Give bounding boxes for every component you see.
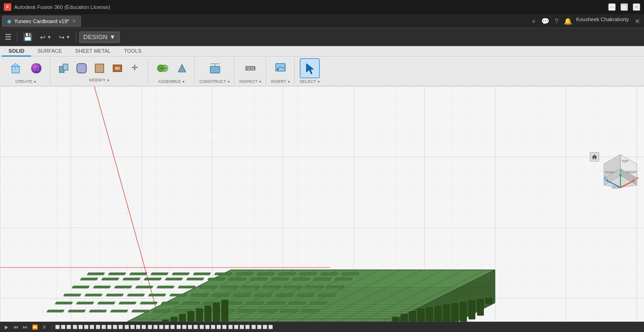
svg-rect-188	[278, 273, 296, 275]
svg-line-39	[165, 301, 269, 322]
fillet-button[interactable]	[73, 60, 90, 77]
press-pull-icon	[58, 63, 69, 74]
assemble-buttons	[153, 58, 190, 78]
svg-rect-187	[256, 273, 274, 275]
svg-rect-208	[426, 308, 433, 322]
navigation-cube[interactable]: TOP RIGHT FRONT X	[602, 152, 639, 190]
active-tab[interactable]: ◆ Yuneec Cardboard v19* ✕	[2, 16, 81, 27]
play-button[interactable]: ▶	[3, 324, 10, 331]
svg-rect-152	[318, 294, 336, 296]
close-button[interactable]: ✕	[633, 3, 640, 11]
chamfer-button[interactable]	[91, 60, 108, 77]
svg-rect-129	[98, 302, 116, 304]
svg-rect-114	[47, 310, 65, 312]
svg-rect-198	[179, 314, 186, 322]
tab-close-x[interactable]: ✕	[633, 16, 642, 26]
tab-actions: + 💬 ? 🔔 Kousheek Chakraborty ✕	[529, 16, 642, 26]
insert-canvas-button[interactable]	[271, 58, 290, 78]
fusion-logo: F	[4, 3, 11, 11]
move-button[interactable]: ✛	[127, 60, 144, 77]
redo-button[interactable]: ↪ ▼	[56, 31, 73, 44]
svg-rect-131	[140, 302, 158, 304]
file-menu-button[interactable]: ☰	[2, 31, 14, 44]
chat-button[interactable]: 💬	[540, 16, 550, 26]
toolbar-right-icons	[638, 46, 642, 56]
svg-text:X: X	[636, 176, 639, 180]
next-button[interactable]: ⏭	[22, 324, 29, 331]
svg-line-61	[372, 300, 476, 322]
help-button[interactable]: ?	[552, 16, 561, 26]
undo-button[interactable]: ↩ ▼	[37, 31, 54, 44]
tab-tools[interactable]: TOOLS	[117, 46, 148, 57]
select-label[interactable]: SELECT ▼	[299, 79, 320, 84]
svg-point-28	[277, 68, 279, 70]
maximize-button[interactable]: ❐	[620, 3, 628, 11]
notify-button[interactable]: 🔔	[563, 16, 572, 26]
design-label: DESIGN	[83, 33, 107, 40]
nav-cube-svg: TOP RIGHT FRONT X	[602, 152, 639, 190]
undo-arrow: ▼	[47, 35, 51, 40]
press-pull-button[interactable]	[55, 60, 72, 77]
svg-line-62	[382, 300, 486, 322]
shell-button[interactable]	[109, 60, 126, 77]
fast-forward-button[interactable]: ⏩	[31, 324, 39, 331]
toolbar-separator-2	[76, 32, 76, 42]
create-label[interactable]: CREATE ▼	[16, 79, 37, 84]
svg-rect-121	[195, 310, 213, 312]
design-mode-button[interactable]: DESIGN ▼	[79, 32, 120, 43]
app-container: F Autodesk Fusion 360 (Education License…	[0, 0, 644, 332]
svg-line-46	[231, 302, 335, 322]
toolbar-buttons-row: CREATE ▼	[0, 57, 644, 86]
svg-rect-200	[196, 308, 203, 322]
minimize-button[interactable]: ─	[608, 3, 616, 11]
svg-line-110	[339, 270, 443, 322]
svg-line-44	[212, 302, 316, 322]
modify-label[interactable]: MODIFY ▼	[89, 78, 110, 82]
offset-plane-button[interactable]	[205, 58, 225, 78]
home-icon	[591, 154, 598, 160]
svg-rect-210	[443, 305, 450, 322]
construct-label[interactable]: CONSTRUCT ▼	[199, 79, 230, 84]
home-view-button[interactable]	[590, 152, 599, 162]
prev-button[interactable]: ⏮	[12, 324, 20, 331]
svg-rect-206	[409, 311, 416, 322]
new-component-button[interactable]	[6, 58, 25, 78]
pause-button[interactable]: ⏸	[41, 324, 48, 331]
create-sketch-button[interactable]	[26, 58, 46, 78]
tab-solid[interactable]: SOLID	[2, 46, 31, 57]
save-button[interactable]: 💾	[20, 31, 35, 44]
tab-bar: ◆ Yuneec Cardboard v19* ✕ + 💬 ? 🔔 Koushe…	[0, 14, 644, 28]
status-separator	[51, 324, 52, 331]
svg-rect-133	[182, 302, 200, 304]
svg-rect-132	[161, 302, 179, 304]
status-bar: ▶ ⏮ ⏭ ⏩ ⏸ ⬜ ⬜ ⬜ ⬜ ⬜ ⬜ ⬜ ⬜ ⬜ ⬜ ⬜ ⬜ ⬜ ⬜ ⬜ …	[0, 322, 644, 332]
select-button[interactable]	[300, 58, 320, 78]
svg-rect-168	[123, 278, 140, 280]
joint-origin-button[interactable]	[173, 60, 190, 77]
tab-surface[interactable]: SURFACE	[31, 46, 69, 57]
tab-close-button[interactable]: ✕	[72, 18, 76, 24]
svg-rect-117	[110, 310, 128, 312]
svg-line-103	[191, 270, 295, 322]
svg-rect-134	[204, 302, 222, 304]
svg-rect-165	[326, 286, 344, 288]
svg-rect-118	[132, 310, 149, 312]
svg-rect-160	[220, 286, 238, 288]
svg-rect-215	[486, 298, 492, 304]
svg-line-41	[184, 300, 288, 322]
inspect-label[interactable]: INSPECT ▼	[239, 79, 262, 84]
assemble-label[interactable]: ASSEMBLE ▼	[158, 79, 185, 84]
svg-rect-139	[310, 302, 328, 304]
svg-rect-142	[106, 294, 124, 296]
status-toolbar-icons: ⬜ ⬜ ⬜ ⬜ ⬜ ⬜ ⬜ ⬜ ⬜ ⬜ ⬜ ⬜ ⬜ ⬜ ⬜ ⬜ ⬜ ⬜ ⬜ ⬜ …	[55, 325, 273, 329]
measure-button[interactable]	[240, 58, 260, 78]
svg-rect-9	[77, 64, 86, 73]
add-tab-button[interactable]: +	[529, 16, 538, 26]
tab-sheet-metal[interactable]: SHEET METAL	[69, 46, 117, 57]
new-joint-button[interactable]	[153, 58, 173, 78]
svg-rect-166	[80, 278, 98, 280]
insert-label[interactable]: INSERT ▼	[271, 79, 291, 84]
svg-line-100	[127, 270, 231, 322]
svg-rect-157	[157, 286, 174, 288]
viewport-wrapper[interactable]: TOP RIGHT FRONT X	[0, 86, 644, 322]
